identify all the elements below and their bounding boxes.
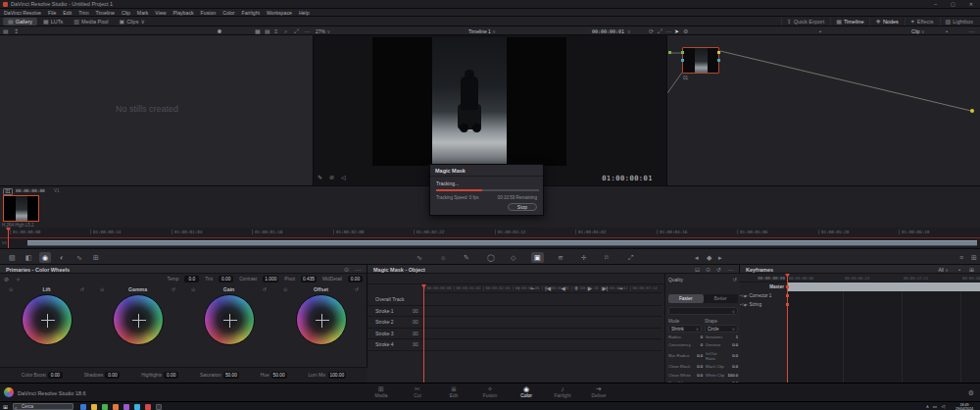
media-pool-toggle-button[interactable]: ▥ Media Pool [69,18,113,26]
stills-filter-icon[interactable]: ▤ [3,28,9,34]
in-out-ratio-value[interactable]: 0.0 [726,353,738,358]
wheels-mode-icon[interactable]: ⊙ [344,267,349,273]
menu-davinci-resolve[interactable]: DaVinci Resolve [4,10,41,16]
menu-clip[interactable]: Clip [122,10,130,16]
mask-track-row[interactable]: Stroke 4 ⌧ [368,339,662,351]
nodes-panel-button[interactable]: ❖ Nodes [869,18,903,26]
audio-mute-icon[interactable]: ◁ [341,175,346,180]
close-button[interactable]: ✕ [969,1,973,7]
tray-network-icon[interactable]: ▭ [933,404,937,409]
pointer-tool-icon[interactable]: ➤ [674,28,679,34]
color-warper-icon[interactable]: ⊞ [90,252,102,263]
color-wheels-icon[interactable]: ◉ [39,252,51,263]
hdr-grade-icon[interactable]: ◐ [57,252,67,263]
taskbar-app-icon[interactable] [134,404,140,410]
taskbar-app-icon[interactable] [156,404,162,410]
shape-dropdown[interactable]: Circle ∨ [705,325,738,333]
video-track-clip[interactable] [27,240,977,246]
kf-track-corrector-1[interactable]: •≡◆› Corrector 1 [740,291,787,300]
annotate-pencil-icon[interactable]: ✎ [318,175,322,180]
keyframe-prev-icon[interactable]: ◂ [692,252,702,263]
bypass-icon[interactable]: ⊘ [329,175,334,180]
camera-raw-icon[interactable]: ▧ [6,252,19,263]
menu-mark[interactable]: Mark [137,10,149,16]
auto-balance-icon[interactable]: ✧ [16,277,21,282]
tint-value[interactable]: 0.00 [219,276,233,282]
gear-icon[interactable]: ⚙ [683,28,688,34]
color-warper-grid-icon[interactable]: ☼ [437,252,449,263]
gamma-color-wheel[interactable] [113,294,164,345]
temp-value[interactable]: 0.0 [184,276,199,282]
menu-fusion[interactable]: Fusion [201,10,217,16]
taskbar-clock[interactable]: 18:49 29/04/2024 [952,403,977,410]
page-media[interactable]: ⊞ Media [365,384,398,398]
middetail-value[interactable]: 0.00 [348,276,363,282]
curves-icon[interactable]: ∿ [74,252,85,263]
node-zoom-dot-icon[interactable]: • [819,28,821,34]
taskbar-search-input[interactable] [13,403,74,410]
more-icon[interactable]: ⋯ [304,28,310,34]
maximize-button[interactable]: ▢ [951,1,956,7]
grid-large-icon[interactable]: ▦ [255,28,261,34]
keyframe-icon[interactable]: ◆ [704,252,714,263]
effects-panel-button[interactable]: ✦ Effects [905,18,939,26]
key-icon[interactable]: ✛ [578,252,590,263]
expand-viewer-icon[interactable]: ⤢ [658,28,662,34]
keyframe-next-icon[interactable]: ▸ [715,252,725,263]
page-fairlight[interactable]: ♪ Fairlight [546,384,579,398]
blur-icon[interactable]: ≋ [555,252,566,263]
clean-black-value[interactable]: 0.0 [691,364,703,369]
taskbar-app-icon[interactable] [123,404,129,410]
page-color[interactable]: ◉ Color [510,384,543,398]
page-fusion[interactable]: ✧ Fusion [473,384,507,398]
highlights-value[interactable]: 0.00 [164,372,178,379]
mask-more-icon[interactable]: ⋯ [727,267,733,273]
start-button[interactable]: ⊞ [3,403,8,410]
bypass-icon[interactable]: ⊘ [4,277,9,282]
mask-track-row[interactable]: Overall Track [368,294,662,306]
node-rgb-output[interactable] [717,51,720,54]
kf-keyframe-dot[interactable] [786,294,789,297]
denoise-value[interactable]: 0.0 [726,342,738,347]
trash-icon[interactable]: ⌧ [413,342,418,347]
pivot-value[interactable]: 0.435 [301,276,317,282]
menu-view[interactable]: View [155,10,166,16]
quick-export-button[interactable]: ⇪ Quick Export [781,18,830,26]
iterations-value[interactable]: 1 [726,334,738,339]
keyframe-grid-view-icon[interactable]: ⊞ [968,252,980,263]
quality-faster-option[interactable]: Faster [668,294,704,303]
keyframes-filter-select[interactable]: All ∨ [938,267,949,273]
trash-icon[interactable]: ⌧ [413,320,418,325]
lum-mix-value[interactable]: 100.00 [328,372,347,379]
radius-value[interactable]: 0 [691,334,703,339]
lightbox-button[interactable]: ▨ Lightbox [940,18,978,26]
black-clip-value[interactable]: 0.0 [726,364,738,369]
kf-track-master[interactable]: Master [740,282,787,291]
trash-icon[interactable]: ⌧ [413,332,418,336]
mask-reset-icon[interactable]: ↺ [716,267,721,273]
menu-help[interactable]: Help [299,10,310,16]
corrector-node[interactable] [682,47,719,74]
power-window-icon[interactable]: ◯ [484,252,498,263]
hue-value[interactable]: 50.00 [271,372,287,379]
sizing-icon[interactable]: ⌑ [602,252,612,263]
search-icon[interactable]: ⌕ [284,28,287,34]
export-still-icon[interactable]: ↥ [14,28,19,34]
node-mode-select[interactable]: Clip ∨ [911,28,925,34]
shadows-value[interactable]: 0.00 [105,372,120,379]
menu-workspace[interactable]: Workspace [267,10,292,16]
viewer-timecode[interactable]: 00:00:00:01 ∨ [592,28,630,34]
stroke-range-dropdown[interactable]: ∨ [668,307,738,315]
expand-icon[interactable]: ⤢ [294,28,299,34]
node-rgb-input[interactable] [681,51,684,54]
luts-toggle-button[interactable]: ▦ LUTs [38,18,68,26]
tray-volume-icon[interactable]: ◁ [942,404,945,409]
grid-small-icon[interactable]: ▤ [265,28,270,34]
kf-keyframe-dot[interactable] [786,285,789,288]
reset-icon[interactable]: ↺ [80,286,84,292]
timeline-select[interactable]: Timeline 1 ∨ [468,28,496,34]
quality-reset-icon[interactable]: ↺ [733,278,737,282]
tray-chevron-up-icon[interactable]: ∧ [926,404,929,409]
color-boost-value[interactable]: 0.00 [48,372,63,379]
node-dot-icon[interactable]: • [946,28,948,34]
